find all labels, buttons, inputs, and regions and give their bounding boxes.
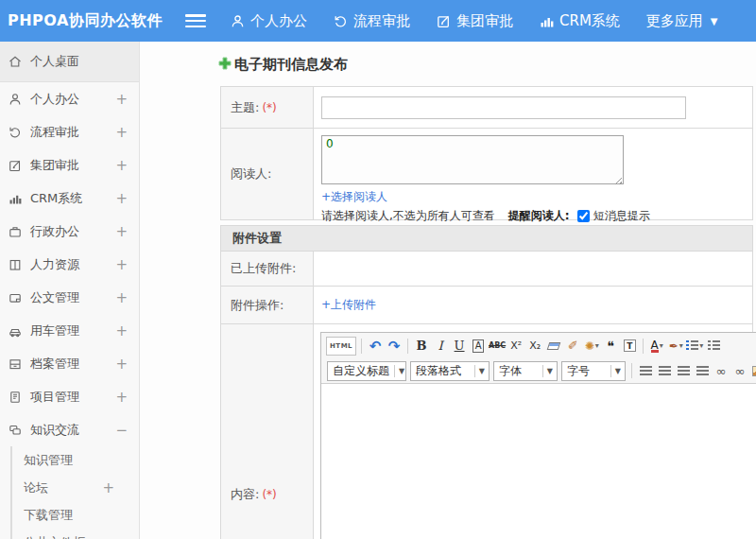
sidebar-subitem-public-file-cabinet[interactable]: 公共文件柜 [12,529,139,539]
content-label: 内容: [231,486,259,503]
subscript-button[interactable]: X₂ [526,337,543,356]
chat-icon [9,424,30,437]
readers-row: 阅读人: 0 +选择阅读人 请选择阅读人,不选为所有人可查看 提醒阅读人: 短消… [221,129,752,219]
caret-down-icon: ▾ [699,341,703,350]
nav-more-apps[interactable]: 更多应用 ▼ [646,12,718,30]
redo-button[interactable]: ↷ [386,337,403,356]
font-color-button[interactable]: A▾ [648,337,665,356]
paragraph-format-select[interactable]: 段落格式▼ [410,361,490,381]
caret-down-icon: ▼ [610,365,622,377]
unordered-list-button[interactable] [705,337,722,356]
hamburger-menu-icon[interactable] [185,14,206,27]
font-size-select[interactable]: 字号▼ [561,361,626,381]
blockquote-button[interactable]: ❝ [602,337,619,356]
remove-link-button[interactable]: ∞ [731,361,748,380]
notebook-icon [9,391,30,404]
required-mark: (*) [262,101,276,114]
strikethrough-button[interactable]: ABC [489,337,506,356]
custom-heading-select[interactable]: 自定义标题▼ [327,361,406,381]
readers-hint: 请选择阅读人,不选为所有人可查看 [321,208,495,224]
format-painter-button[interactable]: ✐ [564,337,581,356]
readers-hint-row: 请选择阅读人,不选为所有人可查看 提醒阅读人: 短消息提示 [321,208,752,224]
page-title-row: 电子期刊信息发布 [218,56,756,74]
add-plus-icon [218,57,232,73]
html-source-button[interactable]: HTML [326,337,356,356]
sidebar-item-vehicle-management[interactable]: 用车管理 + [0,314,139,347]
sidebar-submenu-knowledge: 知识管理 论坛 + 下载管理 公共文件柜 [10,446,139,539]
bold-button[interactable]: B [413,337,430,356]
caret-down-icon: ▼ [474,365,486,377]
paste-text-icon: T [624,339,636,352]
align-left-button[interactable] [637,361,654,380]
nav-group-approval[interactable]: 集团审批 [437,12,513,30]
sms-notify-label: 短消息提示 [593,208,650,224]
sidebar-item-crm-system[interactable]: CRM系统 + [0,182,139,215]
edit-icon [9,159,30,172]
remind-readers-label: 提醒阅读人: [508,208,570,224]
highlight-button[interactable]: ✒▾ [667,337,684,356]
underline-button[interactable]: U [451,337,468,356]
car-icon [9,324,30,338]
eraser-button[interactable] [545,337,562,356]
undo-button[interactable]: ↶ [367,337,384,356]
subject-input[interactable] [321,96,686,119]
nav-personal-office[interactable]: 个人办公 [231,12,307,30]
caret-down-icon: ▼ [394,365,405,377]
document-folder-icon [9,291,30,304]
superscript-button[interactable]: X² [507,337,524,356]
ordered-list-icon [686,340,698,351]
justify-button[interactable] [694,361,711,380]
sidebar-item-knowledge-exchange[interactable]: 知识交流 − [0,413,139,446]
caret-down-icon: ▼ [711,16,718,26]
top-nav: 个人办公 流程审批 集团审批 CRM系统 更多应用 ▼ [231,12,718,30]
eraser-icon [547,342,561,350]
sidebar-item-human-resources[interactable]: 人力资源 + [0,248,139,281]
sidebar-item-archive-management[interactable]: 档案管理 + [0,347,139,380]
sms-notify-checkbox[interactable] [577,210,590,222]
unordered-list-icon [708,340,720,351]
attachments-table: 附件设置 已上传附件: 附件操作: +上传附件 内容: (*) [220,225,753,539]
sidebar-item-admin-office[interactable]: 行政办公 + [0,215,139,248]
user-icon [9,93,30,106]
sidebar-subitem-knowledge-management[interactable]: 知识管理 [12,446,139,474]
edit-icon [437,14,451,28]
top-header: PHPOA协同办公软件 个人办公 流程审批 集团审批 CRM系统 更多应用 ▼ [0,0,756,42]
readers-textarea[interactable]: 0 [321,135,624,184]
sidebar-item-personal-desktop[interactable]: 个人桌面 [0,42,139,82]
sidebar-item-group-approval[interactable]: 集团审批 + [0,148,139,182]
nav-crm-system[interactable]: CRM系统 [540,12,620,30]
attachment-operation-row: 附件操作: +上传附件 [221,287,752,324]
caret-down-icon: ▾ [595,341,599,350]
content-area: 电子期刊信息发布 主题: (*) 阅读人: 0 [140,42,756,539]
sidebar-item-workflow-approval[interactable]: 流程审批 + [0,115,139,148]
align-center-button[interactable] [656,361,673,380]
page-root: PHPOA协同办公软件 个人办公 流程审批 集团审批 CRM系统 更多应用 ▼ [0,0,756,539]
justify-icon [696,366,709,375]
select-readers-link[interactable]: +选择阅读人 [321,190,387,203]
caret-down-icon: ▼ [542,365,554,377]
subject-row: 主题: (*) [221,87,752,129]
insert-link-button[interactable]: ∞ [713,361,730,380]
upload-attachment-link[interactable]: +上传附件 [321,297,376,313]
nav-workflow-approval[interactable]: 流程审批 [334,12,410,30]
align-right-button[interactable] [675,361,692,380]
sidebar-item-personal-office[interactable]: 个人办公 + [0,82,139,115]
italic-button[interactable]: I [432,337,449,356]
cycle-icon [334,14,348,28]
editor-toolbar-row1: HTML ↶ ↷ B I U A ABC X² X₂ [321,333,756,358]
uploaded-attachments-row: 已上传附件: [221,252,752,287]
ordered-list-button[interactable]: ▾ [686,337,703,356]
sidebar-subitem-forum[interactable]: 论坛 + [12,474,139,501]
readers-label: 阅读人: [231,165,271,183]
editor-content-area[interactable] [321,384,756,539]
sidebar-item-project-management[interactable]: 项目管理 + [0,380,139,413]
align-right-icon [678,366,690,375]
paste-text-button[interactable]: T [621,337,638,356]
subject-label: 主题: [231,99,259,116]
auto-typeset-button[interactable]: ✺▾ [583,337,600,356]
sidebar-subitem-download-management[interactable]: 下载管理 [12,501,139,529]
insert-image-button[interactable] [750,361,756,380]
sidebar-item-document-management[interactable]: 公文管理 + [0,281,139,314]
font-border-button[interactable]: A [470,337,487,356]
font-family-select[interactable]: 字体▼ [493,361,558,381]
